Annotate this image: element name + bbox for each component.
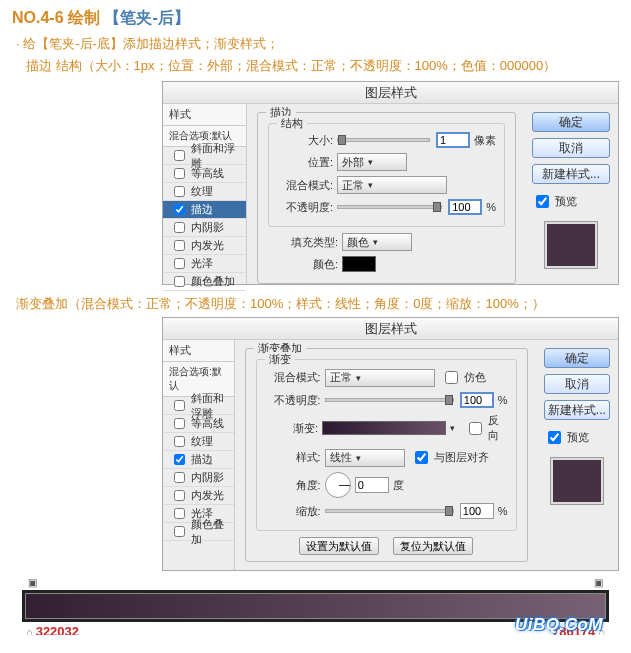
opacity-input[interactable] bbox=[460, 392, 494, 408]
layer-style-dialog-gradient: 图层样式 样式 混合选项:默认 斜面和浮雕 等高线 纹理 描边 内阴影 内发光 … bbox=[162, 317, 619, 571]
label-opacity: 不透明度: bbox=[265, 393, 321, 408]
style-item-stroke[interactable]: 描边 bbox=[163, 201, 246, 219]
styles-head[interactable]: 样式 bbox=[163, 340, 234, 362]
reset-default-button[interactable]: 复位为默认值 bbox=[393, 537, 473, 555]
checkbox[interactable] bbox=[174, 240, 185, 251]
layer-style-dialog-stroke: 图层样式 样式 混合选项:默认 斜面和浮雕 等高线 纹理 描边 内阴影 内发光 … bbox=[162, 81, 619, 285]
checkbox[interactable] bbox=[174, 490, 185, 501]
styles-head[interactable]: 样式 bbox=[163, 104, 246, 126]
style-dropdown[interactable]: 线性▾ bbox=[325, 449, 405, 467]
checkbox[interactable] bbox=[174, 186, 185, 197]
dialog-title: 图层样式 bbox=[163, 82, 618, 104]
ok-button[interactable]: 确定 bbox=[544, 348, 610, 368]
checkbox[interactable] bbox=[174, 204, 185, 215]
size-slider[interactable] bbox=[337, 138, 430, 142]
blendmode-dropdown[interactable]: 正常▾ bbox=[325, 369, 435, 387]
opacity-stop-icon[interactable]: ▣ bbox=[594, 577, 603, 588]
styles-list: 样式 混合选项:默认 斜面和浮雕 等高线 纹理 描边 内阴影 内发光 光泽 颜色… bbox=[163, 340, 235, 570]
opacity-stop-icon[interactable]: ▣ bbox=[28, 577, 37, 588]
style-item-bevel[interactable]: 斜面和浮雕 bbox=[163, 397, 234, 415]
style-item-stroke[interactable]: 描边 bbox=[163, 451, 234, 469]
checkbox[interactable] bbox=[174, 168, 185, 179]
title-no: NO.4-6 bbox=[12, 9, 64, 26]
dialog-title: 图层样式 bbox=[163, 318, 618, 340]
cancel-button[interactable]: 取消 bbox=[532, 138, 610, 158]
chevron-down-icon: ▾ bbox=[368, 157, 373, 167]
unit-px: 像素 bbox=[474, 133, 496, 148]
new-style-button[interactable]: 新建样式... bbox=[532, 164, 610, 184]
checkbox[interactable] bbox=[174, 400, 185, 411]
dialog-action-col: 确定 取消 新建样式... 预览 bbox=[538, 340, 618, 570]
set-default-button[interactable]: 设置为默认值 bbox=[299, 537, 379, 555]
style-item-color-overlay[interactable]: 颜色叠加 bbox=[163, 273, 246, 291]
opacity-input[interactable] bbox=[448, 199, 482, 215]
checkbox[interactable] bbox=[174, 150, 185, 161]
style-item-inner-shadow[interactable]: 内阴影 bbox=[163, 469, 234, 487]
checkbox[interactable] bbox=[536, 195, 549, 208]
style-item-color-overlay[interactable]: 颜色叠加 bbox=[163, 523, 234, 541]
size-input[interactable] bbox=[436, 132, 470, 148]
style-item-bevel[interactable]: 斜面和浮雕 bbox=[163, 147, 246, 165]
title-verb: 绘制 bbox=[68, 9, 100, 26]
position-dropdown[interactable]: 外部▾ bbox=[337, 153, 407, 171]
angle-dial[interactable] bbox=[325, 472, 351, 498]
unit-pct: % bbox=[498, 394, 508, 406]
desc-line-1: · 给【笔夹-后-底】添加描边样式；渐变样式； bbox=[16, 35, 619, 53]
preview-swatch bbox=[550, 457, 604, 505]
checkbox[interactable] bbox=[469, 422, 482, 435]
opacity-slider[interactable] bbox=[337, 205, 442, 209]
style-item-contour[interactable]: 等高线 bbox=[163, 415, 234, 433]
section-title: NO.4-6 绘制 【笔夹-后】 bbox=[12, 8, 619, 29]
preview-checkbox[interactable]: 预览 bbox=[532, 192, 610, 211]
checkbox[interactable] bbox=[445, 371, 458, 384]
chevron-down-icon[interactable]: ▾ bbox=[450, 423, 455, 433]
checkbox[interactable] bbox=[548, 431, 561, 444]
label-blend: 混合模式: bbox=[265, 370, 321, 385]
style-item-inner-shadow[interactable]: 内阴影 bbox=[163, 219, 246, 237]
unit-pct: % bbox=[498, 505, 508, 517]
chevron-down-icon: ▾ bbox=[356, 373, 361, 383]
stroke-color-swatch[interactable] bbox=[342, 256, 376, 272]
checkbox[interactable] bbox=[415, 451, 428, 464]
reverse-checkbox[interactable]: 反向 bbox=[465, 413, 508, 443]
chevron-down-icon: ▾ bbox=[368, 180, 373, 190]
checkbox[interactable] bbox=[174, 222, 185, 233]
style-item-texture[interactable]: 纹理 bbox=[163, 183, 246, 201]
checkbox[interactable] bbox=[174, 508, 185, 519]
label-size: 大小: bbox=[277, 133, 333, 148]
checkbox[interactable] bbox=[174, 258, 185, 269]
checkbox[interactable] bbox=[174, 276, 185, 287]
label-opacity: 不透明度: bbox=[277, 200, 333, 215]
label-color: 颜色: bbox=[268, 257, 338, 272]
style-item-satin[interactable]: 光泽 bbox=[163, 255, 246, 273]
dither-checkbox[interactable]: 仿色 bbox=[441, 368, 486, 387]
label-blend: 混合模式: bbox=[277, 178, 333, 193]
opacity-slider[interactable] bbox=[325, 398, 454, 402]
unit-deg: 度 bbox=[393, 478, 404, 493]
blendmode-dropdown[interactable]: 正常▾ bbox=[337, 176, 447, 194]
align-checkbox[interactable]: 与图层对齐 bbox=[411, 448, 489, 467]
chevron-down-icon: ▾ bbox=[373, 237, 378, 247]
scale-slider[interactable] bbox=[325, 509, 454, 513]
chevron-down-icon: ▾ bbox=[356, 453, 361, 463]
cancel-button[interactable]: 取消 bbox=[544, 374, 610, 394]
preview-checkbox[interactable]: 预览 bbox=[544, 428, 610, 447]
checkbox[interactable] bbox=[174, 436, 185, 447]
checkbox[interactable] bbox=[174, 418, 185, 429]
label-grad: 渐变: bbox=[265, 421, 318, 436]
ok-button[interactable]: 确定 bbox=[532, 112, 610, 132]
checkbox[interactable] bbox=[174, 454, 185, 465]
style-item-inner-glow[interactable]: 内发光 bbox=[163, 487, 234, 505]
gradient-preview[interactable] bbox=[322, 421, 446, 435]
style-item-texture[interactable]: 纹理 bbox=[163, 433, 234, 451]
checkbox[interactable] bbox=[174, 472, 185, 483]
filltype-dropdown[interactable]: 颜色▾ bbox=[342, 233, 412, 251]
subgroup-title-structure: 结构 bbox=[277, 116, 307, 131]
style-item-inner-glow[interactable]: 内发光 bbox=[163, 237, 246, 255]
dialog-action-col: 确定 取消 新建样式... 预览 bbox=[526, 104, 618, 284]
scale-input[interactable] bbox=[460, 503, 494, 519]
new-style-button[interactable]: 新建样式... bbox=[544, 400, 610, 420]
angle-input[interactable] bbox=[355, 477, 389, 493]
checkbox[interactable] bbox=[174, 526, 185, 537]
desc-line-2: 描边 结构（大小：1px；位置：外部；混合模式：正常；不透明度：100%；色值：… bbox=[26, 57, 619, 75]
